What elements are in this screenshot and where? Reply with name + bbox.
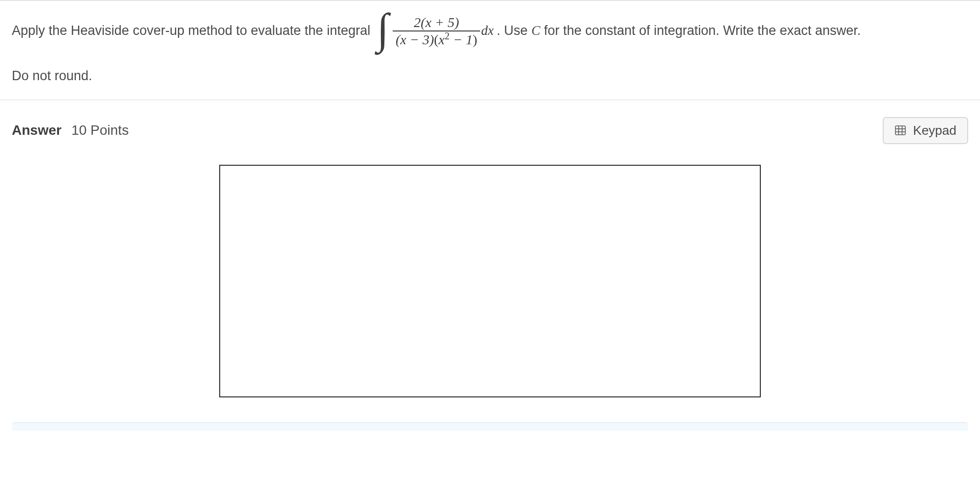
keypad-button[interactable]: Keypad <box>883 117 968 144</box>
integral-dx: dx <box>481 22 493 40</box>
question-after-2: for the constant of integration. Write t… <box>540 22 861 40</box>
integral-sign-icon: ∫ <box>377 11 389 48</box>
question-line-2: Do not round. <box>12 67 968 86</box>
top-divider <box>0 0 980 5</box>
keypad-icon <box>894 124 906 136</box>
bottom-panel-edge <box>12 422 968 431</box>
question-lead: Apply the Heaviside cover-up method to e… <box>12 22 374 40</box>
svg-rect-0 <box>895 126 905 135</box>
question-line-1: Apply the Heaviside cover-up method to e… <box>12 9 968 53</box>
answer-area <box>0 151 980 412</box>
denom-right-base: x <box>438 32 444 47</box>
fraction-numerator: 2(x + 5) <box>411 15 462 30</box>
denom-right-exp: 2 <box>445 30 450 41</box>
question-after-1: . Use <box>497 22 532 40</box>
denom-right-tail: − 1 <box>450 32 473 47</box>
integral-expression: ∫ 2(x + 5) (x − 3)(x2 − 1) dx <box>377 9 494 53</box>
integral-fraction: 2(x + 5) (x − 3)(x2 − 1) <box>393 15 480 47</box>
answer-header-row: Answer 10 Points Keypad <box>0 100 980 151</box>
denom-left: (x − 3) <box>396 32 434 47</box>
constant-C: C <box>531 22 540 40</box>
answer-header-left: Answer 10 Points <box>12 122 129 138</box>
answer-points: 10 Points <box>71 122 129 138</box>
answer-label: Answer <box>12 122 61 138</box>
question-block: Apply the Heaviside cover-up method to e… <box>0 5 980 99</box>
keypad-button-label: Keypad <box>913 123 956 138</box>
fraction-denominator: (x − 3)(x2 − 1) <box>393 30 480 47</box>
answer-input[interactable] <box>219 165 761 397</box>
